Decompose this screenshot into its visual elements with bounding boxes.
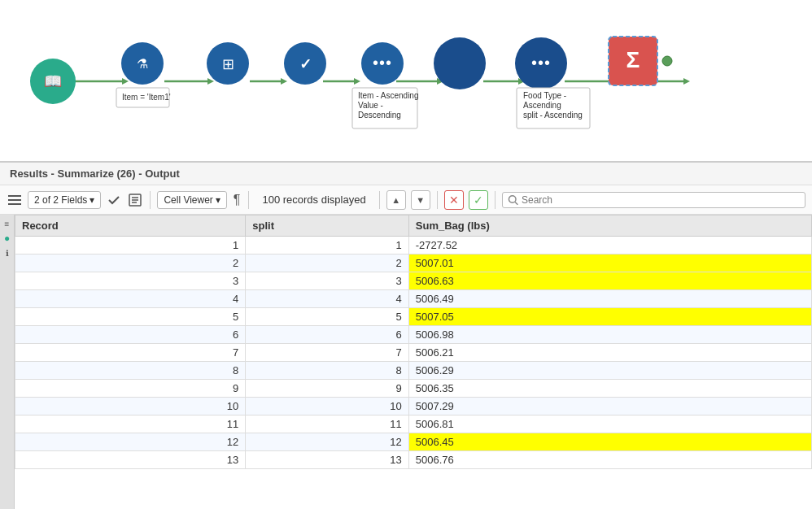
table-row: 335006.63	[15, 272, 812, 290]
export-icon-btn[interactable]	[127, 192, 143, 208]
check-icon-btn[interactable]	[106, 192, 122, 208]
table-row: 555007.05	[15, 308, 812, 326]
cell-record: 3	[15, 272, 246, 290]
cell-split: 5	[246, 308, 408, 326]
table-row: 445006.49	[15, 290, 812, 308]
cell-sum-bag: 5006.76	[408, 451, 811, 469]
svg-rect-42	[8, 195, 21, 197]
svg-text:Item - Ascending: Item - Ascending	[358, 91, 418, 100]
svg-point-31	[662, 56, 672, 66]
cell-record: 9	[15, 380, 246, 398]
cell-split: 6	[246, 326, 408, 344]
table-row: 995006.35	[15, 380, 812, 398]
side-icon-1[interactable]: ≡	[2, 218, 13, 229]
results-header: Results - Summarize (26) - Output	[0, 163, 812, 185]
search-input[interactable]	[522, 194, 800, 206]
svg-text:Descending: Descending	[358, 111, 401, 120]
svg-rect-44	[8, 203, 21, 205]
side-icon-2[interactable]: ●	[2, 233, 13, 244]
table-row: 665006.98	[15, 326, 812, 344]
table-row: 225007.01	[15, 254, 812, 272]
search-box[interactable]	[502, 192, 805, 208]
cell-split: 1	[246, 237, 408, 254]
cell-viewer-label: Cell Viewer	[164, 194, 212, 206]
cell-split: 3	[246, 272, 408, 290]
check-icon	[107, 194, 120, 207]
separator-2	[248, 191, 249, 209]
menu-icon-btn[interactable]	[7, 192, 23, 208]
side-icons: ≡ ● ℹ	[0, 215, 15, 509]
table-container: Record split Sum_Bag (lbs) 11-2727.52225…	[15, 215, 812, 509]
cell-sum-bag: 5006.21	[408, 344, 811, 362]
svg-text:Σ: Σ	[626, 47, 640, 72]
table-body: 11-2727.52225007.01335006.63445006.49555…	[15, 237, 812, 469]
confirm-btn[interactable]: ✓	[469, 190, 488, 210]
export-icon	[129, 194, 142, 207]
table-row: 11115006.81	[15, 415, 812, 433]
table-row: 13135006.76	[15, 451, 812, 469]
table-row: 10105007.29	[15, 398, 812, 415]
cell-viewer-dropdown[interactable]: Cell Viewer ▾	[157, 191, 226, 209]
cell-sum-bag: 5007.01	[408, 254, 811, 272]
cell-sum-bag: 5007.05	[408, 308, 811, 326]
svg-text:✓: ✓	[299, 56, 312, 72]
chevron-down-icon-2: ▾	[216, 194, 220, 206]
cell-split: 2	[246, 254, 408, 272]
side-icon-3[interactable]: ℹ	[2, 247, 13, 259]
cell-record: 12	[15, 433, 246, 451]
cell-record: 10	[15, 398, 246, 415]
table-row: 885006.29	[15, 362, 812, 380]
cell-sum-bag: 5006.49	[408, 290, 811, 308]
fields-dropdown[interactable]: 2 of 2 Fields ▾	[28, 191, 101, 209]
nav-up-btn[interactable]: ▲	[386, 190, 406, 210]
toolbar: 2 of 2 Fields ▾ Cell Viewer ▾ ¶ 100 reco…	[0, 185, 812, 215]
cell-record: 1	[15, 237, 246, 254]
cell-sum-bag: 5006.29	[408, 362, 811, 380]
cell-split: 4	[246, 290, 408, 308]
svg-marker-5	[281, 78, 287, 85]
cancel-btn[interactable]: ✕	[444, 190, 464, 210]
workflow-canvas: 📖 ⚗ ⊞ ✓ ••• ••• Σ Item = 'Item1' Item - …	[0, 0, 812, 163]
cell-record: 5	[15, 308, 246, 326]
svg-marker-15	[683, 78, 690, 85]
cell-sum-bag: 5006.63	[408, 272, 811, 290]
results-wrapper: ≡ ● ℹ Record split Sum_Bag (lbs) 11-2727…	[0, 215, 812, 509]
col-record: Record	[15, 215, 246, 237]
records-count: 100 records displayed	[262, 194, 365, 206]
svg-text:📖: 📖	[44, 72, 63, 90]
svg-text:Food Type -: Food Type -	[523, 91, 566, 100]
svg-text:⊞: ⊞	[222, 56, 234, 72]
fields-label: 2 of 2 Fields	[34, 194, 87, 206]
cell-record: 8	[15, 362, 246, 380]
table-row: 775006.21	[15, 344, 812, 362]
svg-marker-3	[207, 78, 214, 85]
cell-sum-bag: -2727.52	[408, 237, 811, 254]
separator-5	[495, 191, 495, 209]
cell-record: 4	[15, 290, 246, 308]
cell-split: 13	[246, 451, 408, 469]
cell-record: 7	[15, 344, 246, 362]
svg-text:•••: •••	[531, 54, 551, 72]
cell-split: 11	[246, 415, 408, 433]
cell-record: 13	[15, 451, 246, 469]
svg-text:Ascending: Ascending	[523, 101, 561, 110]
svg-marker-1	[122, 78, 129, 85]
svg-text:split - Ascending: split - Ascending	[523, 111, 583, 120]
svg-line-50	[515, 202, 517, 204]
svg-text:⚗: ⚗	[137, 57, 148, 71]
results-title: Results - Summarize (26) - Output	[10, 167, 180, 180]
cell-sum-bag: 5006.98	[408, 326, 811, 344]
cell-split: 7	[246, 344, 408, 362]
results-panel: Results - Summarize (26) - Output 2 of 2…	[0, 163, 812, 509]
cell-split: 12	[246, 433, 408, 451]
pilcrow-btn[interactable]: ¶	[232, 191, 242, 209]
separator-3	[379, 191, 380, 209]
workflow-svg: 📖 ⚗ ⊞ ✓ ••• ••• Σ Item = 'Item1' Item - …	[0, 0, 812, 161]
cell-split: 9	[246, 380, 408, 398]
cell-sum-bag: 5006.45	[408, 433, 811, 451]
search-icon	[508, 194, 518, 206]
svg-point-49	[509, 195, 516, 202]
nav-down-btn[interactable]: ▼	[411, 190, 430, 210]
menu-icon	[8, 194, 21, 207]
svg-text:Item = 'Item1': Item = 'Item1'	[122, 93, 171, 102]
